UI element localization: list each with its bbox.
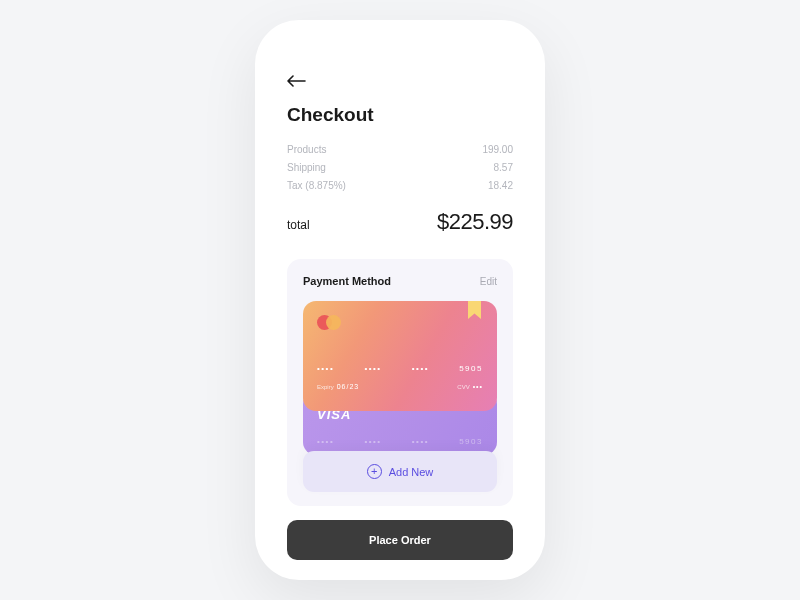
card-group: ••••: [317, 364, 334, 373]
card-group: 5905: [459, 364, 483, 373]
place-order-button[interactable]: Place Order: [287, 520, 513, 560]
checkout-content: Checkout Products 199.00 Shipping 8.57 T…: [265, 30, 535, 506]
card-group: ••••: [364, 437, 381, 446]
summary-row: Products 199.00: [287, 144, 513, 155]
summary-row: Tax (8.875%) 18.42: [287, 180, 513, 191]
summary-value: 8.57: [494, 162, 513, 173]
arrow-left-icon: [287, 75, 309, 87]
device-frame: Checkout Products 199.00 Shipping 8.57 T…: [255, 20, 545, 580]
card-stack: •••• •••• •••• 5905 Expiry 06/23 CVV: [303, 301, 497, 449]
total-label: total: [287, 218, 310, 232]
device-notch: [338, 30, 462, 52]
card-group: ••••: [412, 364, 429, 373]
card-number: •••• •••• •••• 5903: [317, 437, 483, 446]
total-row: total $225.99: [287, 209, 513, 235]
summary-label: Products: [287, 144, 326, 155]
payment-method-section: Payment Method Edit •••• •••• ••••: [287, 259, 513, 506]
expiry-value: 06/23: [337, 383, 360, 390]
summary-row: Shipping 8.57: [287, 162, 513, 173]
add-new-label: Add New: [389, 466, 434, 478]
total-value: $225.99: [437, 209, 513, 235]
plus-circle-icon: +: [367, 464, 382, 479]
app-screen: Checkout Products 199.00 Shipping 8.57 T…: [265, 30, 535, 570]
page-title: Checkout: [287, 104, 513, 126]
payment-title: Payment Method: [303, 275, 391, 287]
cvv-value: •••: [473, 383, 483, 390]
card-group: 5903: [459, 437, 483, 446]
summary-label: Tax (8.875%): [287, 180, 346, 191]
add-new-card-button[interactable]: + Add New: [303, 451, 497, 492]
cvv-label: CVV: [457, 384, 469, 390]
back-button[interactable]: [287, 70, 309, 90]
edit-payment-button[interactable]: Edit: [480, 276, 497, 287]
card-group: ••••: [412, 437, 429, 446]
card-group: ••••: [317, 437, 334, 446]
summary-label: Shipping: [287, 162, 326, 173]
summary-value: 199.00: [482, 144, 513, 155]
mastercard-logo-icon: [317, 315, 483, 330]
expiry-label: Expiry: [317, 384, 334, 390]
payment-header: Payment Method Edit: [303, 275, 497, 287]
card-number: •••• •••• •••• 5905: [317, 364, 483, 373]
card-meta: Expiry 06/23 CVV •••: [317, 383, 483, 390]
summary-value: 18.42: [488, 180, 513, 191]
card-group: ••••: [364, 364, 381, 373]
payment-card-mastercard[interactable]: •••• •••• •••• 5905 Expiry 06/23 CVV: [303, 301, 497, 411]
